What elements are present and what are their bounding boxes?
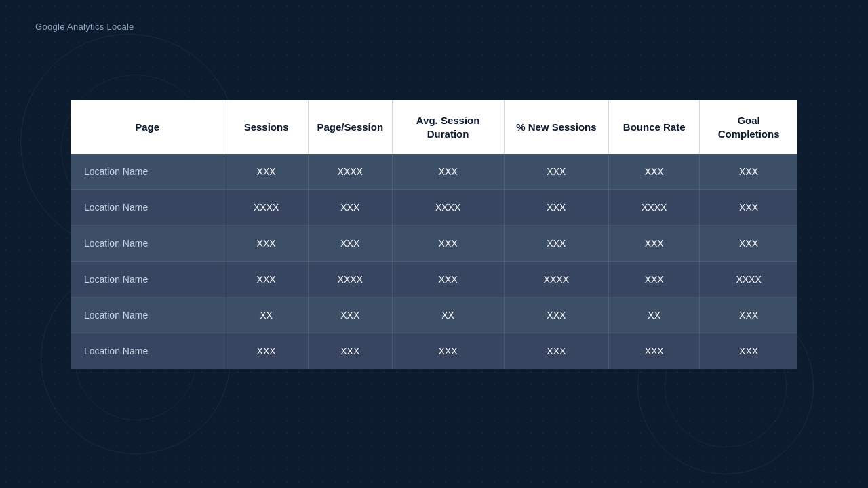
header-new-sessions: % New Sessions [504,100,609,154]
cell-new-sessions: XXX [504,154,609,190]
cell-page: Location Name [71,154,224,190]
cell-goal-completions: XXX [700,226,797,262]
cell-new-sessions: XXXX [504,262,609,298]
header-goal-completions: Goal Completions [700,100,797,154]
cell-goal-completions: XXX [700,298,797,333]
header-page: Page [71,100,224,154]
analytics-table: Page Sessions Page/Session Avg. Session … [71,100,797,369]
header-page-session: Page/Session [308,100,392,154]
cell-bounce-rate: XXX [609,262,700,298]
cell-new-sessions: XXX [504,226,609,262]
cell-page-session: XXX [308,226,392,262]
cell-sessions: XXX [224,226,309,262]
app-title: Google Analytics Locale [35,22,134,32]
cell-page: Location Name [71,298,224,333]
cell-new-sessions: XXX [504,298,609,333]
analytics-table-container: Page Sessions Page/Session Avg. Session … [71,100,797,407]
cell-sessions: XXX [224,154,309,190]
cell-bounce-rate: XXXX [609,190,700,226]
header-avg-session: Avg. Session Duration [392,100,504,154]
cell-goal-completions: XXX [700,190,797,226]
cell-new-sessions: XXX [504,190,609,226]
cell-avg-duration: XXXX [392,190,504,226]
cell-avg-duration: XXX [392,262,504,298]
cell-page: Location Name [71,226,224,262]
cell-page: Location Name [71,190,224,226]
cell-goal-completions: XXXX [700,262,797,298]
table-row: Location NameXXXXXXXXXXXXXXXXXX [71,226,797,262]
cell-bounce-rate: XXX [609,154,700,190]
cell-page-session: XXX [308,298,392,333]
table-row: Location NameXXXXXXXXXXXXXXXXXX [71,333,797,369]
table-row: Location NameXXXXXXXXXXXXXXXXXXXXX [71,262,797,298]
cell-new-sessions: XXX [504,333,609,369]
cell-avg-duration: XXX [392,226,504,262]
header-sessions: Sessions [224,100,309,154]
cell-page-session: XXX [308,333,392,369]
cell-sessions: XX [224,298,309,333]
cell-avg-duration: XXX [392,154,504,190]
table-row: Location NameXXXXXXXXXXXXXXX [71,298,797,333]
cell-avg-duration: XX [392,298,504,333]
cell-bounce-rate: XXX [609,226,700,262]
cell-page-session: XXXX [308,262,392,298]
cell-page: Location Name [71,333,224,369]
cell-avg-duration: XXX [392,333,504,369]
cell-page: Location Name [71,262,224,298]
cell-sessions: XXX [224,333,309,369]
cell-sessions: XXXX [224,190,309,226]
cell-bounce-rate: XX [609,298,700,333]
cell-page-session: XXXX [308,154,392,190]
cell-bounce-rate: XXX [609,333,700,369]
header-bounce-rate: Bounce Rate [609,100,700,154]
cell-goal-completions: XXX [700,154,797,190]
table-row: Location NameXXXXXXXXXXXXXXXXXXX [71,154,797,190]
cell-page-session: XXX [308,190,392,226]
cell-goal-completions: XXX [700,333,797,369]
table-header-row: Page Sessions Page/Session Avg. Session … [71,100,797,154]
table-row: Location NameXXXXXXXXXXXXXXXXXXXXX [71,190,797,226]
cell-sessions: XXX [224,262,309,298]
